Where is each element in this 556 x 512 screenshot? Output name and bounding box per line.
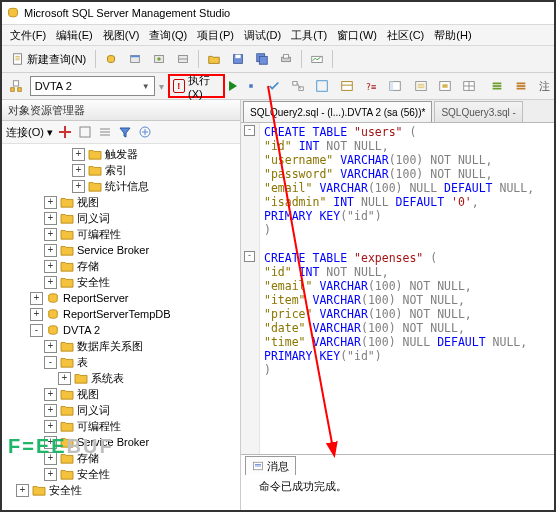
qt-outline-icon[interactable] (312, 75, 332, 97)
folder-icon (60, 468, 74, 480)
tree-node[interactable]: +同义词 (2, 210, 240, 226)
chevron-down-icon: ▼ (142, 82, 150, 91)
tree-node[interactable]: +Service Broker (2, 434, 240, 450)
tree-node[interactable]: +可编程性 (2, 418, 240, 434)
tree-node[interactable]: +系统表 (2, 370, 240, 386)
qt-grp1-icon[interactable] (336, 75, 358, 97)
tb-icon-3[interactable] (148, 48, 170, 70)
tree-node[interactable]: +统计信息 (2, 178, 240, 194)
tree-node[interactable]: +安全性 (2, 482, 240, 498)
new-query-label: 新建查询(N) (27, 52, 86, 67)
tree-node[interactable]: +ReportServerTempDB (2, 306, 240, 322)
menu-view[interactable]: 视图(V) (99, 26, 144, 45)
menu-community[interactable]: 社区(C) (383, 26, 428, 45)
fold-glyph-icon[interactable]: - (244, 251, 255, 262)
messages-pane: 消息 命令已成功完成。 (241, 454, 554, 510)
qt-g2b-icon[interactable] (434, 75, 456, 97)
folder-icon (32, 484, 46, 496)
execute-button[interactable]: ! 执行(X) (168, 74, 225, 98)
oe-ic3-icon[interactable] (97, 124, 113, 140)
tree-node[interactable]: -表 (2, 354, 240, 370)
menu-file[interactable]: 文件(F) (6, 26, 50, 45)
qt-uncomment-icon[interactable] (511, 75, 531, 97)
tree-node[interactable]: +安全性 (2, 274, 240, 290)
folder-icon (74, 372, 88, 384)
svg-rect-26 (317, 81, 328, 92)
menu-debug[interactable]: 调试(D) (240, 26, 285, 45)
menu-project[interactable]: 项目(P) (193, 26, 238, 45)
menu-window[interactable]: 窗口(W) (333, 26, 381, 45)
connect-button[interactable]: 连接(O) ▾ (6, 125, 53, 140)
main-toolbar: 新建查询(N) (2, 46, 554, 73)
tree-node[interactable]: +可编程性 (2, 226, 240, 242)
tree-node[interactable]: -DVTA 2 (2, 322, 240, 338)
qt-parse-icon[interactable] (265, 75, 285, 97)
menu-help[interactable]: 帮助(H) (430, 26, 475, 45)
messages-body: 命令已成功完成。 (241, 475, 554, 510)
tree-node[interactable]: +视图 (2, 386, 240, 402)
messages-tab-label: 消息 (267, 459, 289, 474)
menu-query[interactable]: 查询(Q) (145, 26, 191, 45)
tree-node[interactable]: +ReportServer (2, 290, 240, 306)
tree-node-label: Service Broker (77, 436, 149, 448)
app-title: Microsoft SQL Server Management Studio (24, 7, 230, 19)
qt-grp2-icon[interactable]: ?≡ (360, 75, 382, 97)
tb-icon-2[interactable] (124, 48, 146, 70)
new-query-button[interactable]: 新建查询(N) (6, 48, 91, 70)
qt-grp3-icon[interactable] (384, 75, 406, 97)
sql-code[interactable]: CREATE TABLE "users" ( "id" INT NOT NULL… (260, 123, 554, 454)
tb-open-icon[interactable] (203, 48, 225, 70)
tree-node-label: Service Broker (77, 244, 149, 256)
tree-node[interactable]: +存储 (2, 258, 240, 274)
tree-node[interactable]: +数据库关系图 (2, 338, 240, 354)
folder-icon (60, 436, 74, 448)
object-tree[interactable]: +触发器+索引+统计信息+视图+同义词+可编程性+Service Broker+… (2, 144, 240, 510)
tree-node[interactable]: +安全性 (2, 466, 240, 482)
fold-glyph-icon[interactable]: - (244, 125, 255, 136)
svg-rect-13 (236, 55, 241, 59)
tree-node[interactable]: +视图 (2, 194, 240, 210)
folder-icon (60, 244, 74, 256)
oe-ic2-icon[interactable] (77, 124, 93, 140)
folder-icon (60, 404, 74, 416)
qt-plan-icon[interactable] (288, 75, 308, 97)
titlebar: Microsoft SQL Server Management Studio (2, 2, 554, 25)
tb-print-icon[interactable] (275, 48, 297, 70)
exclaim-icon: ! (173, 79, 185, 93)
run-triangle-icon[interactable] (229, 81, 237, 91)
menu-tools[interactable]: 工具(T) (287, 26, 331, 45)
qt-debug-icon[interactable] (241, 75, 261, 97)
tree-node-label: DVTA 2 (63, 324, 100, 336)
qt-icon-a[interactable] (6, 75, 26, 97)
svg-rect-37 (442, 84, 447, 88)
oe-ic5-icon[interactable] (137, 124, 153, 140)
tab-active[interactable]: SQLQuery2.sql - (l...).DVTA 2 (sa (56))* (243, 101, 432, 122)
database-select[interactable]: DVTA 2 ▼ (30, 76, 155, 96)
tb-activity-icon[interactable] (306, 48, 328, 70)
tree-node[interactable]: +索引 (2, 162, 240, 178)
tree-node-label: 索引 (105, 163, 127, 178)
tb-icon-1[interactable] (100, 48, 122, 70)
query-toolbar: DVTA 2 ▼ ▾ ! 执行(X) ?≡ 注 (2, 73, 554, 100)
tb-icon-4[interactable] (172, 48, 194, 70)
sql-editor[interactable]: - - CREATE TABLE "users" ( "id" INT NOT … (241, 123, 554, 454)
svg-rect-19 (13, 81, 18, 86)
tree-node[interactable]: +Service Broker (2, 242, 240, 258)
tree-node[interactable]: +同义词 (2, 402, 240, 418)
messages-tab[interactable]: 消息 (245, 456, 296, 475)
oe-filter-icon[interactable] (117, 124, 133, 140)
tree-node-label: 存储 (77, 259, 99, 274)
folder-icon (60, 356, 74, 368)
tree-node[interactable]: +存储 (2, 450, 240, 466)
qt-comment-icon[interactable] (488, 75, 508, 97)
qt-g2a-icon[interactable] (410, 75, 432, 97)
qt-g2c-icon[interactable] (458, 75, 480, 97)
oe-refresh-icon[interactable] (57, 124, 73, 140)
tree-node[interactable]: +触发器 (2, 146, 240, 162)
svg-point-9 (158, 57, 162, 61)
tb-saveall-icon[interactable] (251, 48, 273, 70)
tb-save-icon[interactable] (227, 48, 249, 70)
tab-inactive[interactable]: SQLQuery3.sql - (434, 101, 522, 122)
menu-edit[interactable]: 编辑(E) (52, 26, 97, 45)
folder-icon (60, 388, 74, 400)
